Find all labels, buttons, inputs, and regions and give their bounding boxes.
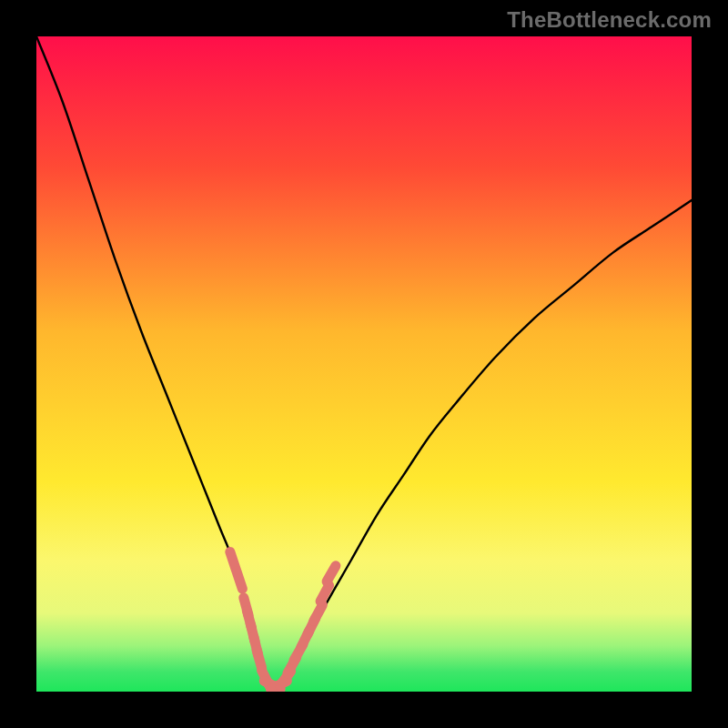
watermark-label: TheBottleneck.com — [507, 7, 712, 33]
chart-stage: TheBottleneck.com — [0, 0, 728, 728]
marker-capsule — [230, 552, 236, 570]
bottleneck-chart — [36, 36, 692, 692]
gradient-background — [36, 36, 692, 692]
marker-capsule — [257, 650, 262, 667]
plot-area — [36, 36, 692, 692]
marker-capsule — [237, 571, 242, 589]
